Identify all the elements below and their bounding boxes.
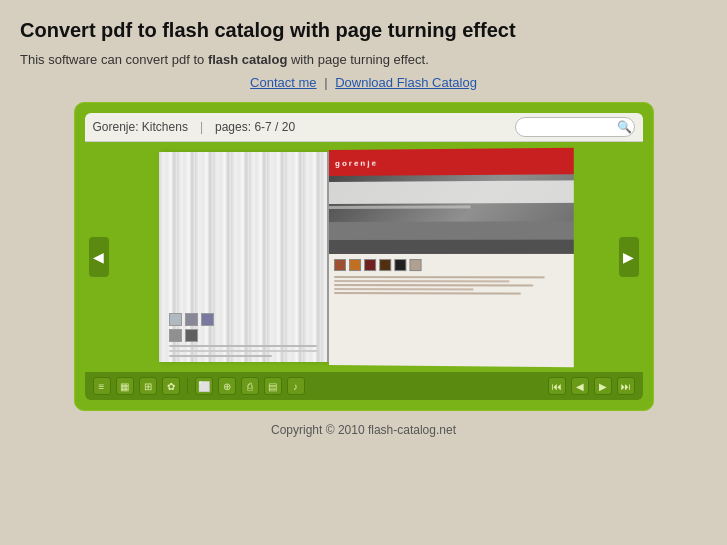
toolbar-zoom-btn[interactable]: ⊕: [218, 377, 236, 395]
toolbar-fullscreen-btn[interactable]: ⬜: [195, 377, 213, 395]
upper-cabinet: [329, 180, 574, 204]
toolbar-share-btn[interactable]: ✿: [162, 377, 180, 395]
swatch-1: [169, 313, 182, 326]
contact-link[interactable]: Contact me: [250, 75, 316, 90]
catalog-title: Gorenje: Kitchens: [93, 120, 188, 134]
toolbar-prev-btn[interactable]: ◀: [571, 377, 589, 395]
page-title: Convert pdf to flash catalog with page t…: [20, 18, 707, 42]
search-input[interactable]: [522, 121, 617, 133]
toolbar-grid-btn[interactable]: ⊞: [139, 377, 157, 395]
toolbar-left: ≡ ▦ ⊞ ✿ ⬜ ⊕ ⎙ ▤ ♪: [93, 377, 305, 395]
subtitle: This software can convert pdf to flash c…: [20, 52, 707, 67]
cabinet-divider: [329, 205, 471, 209]
swatch-r1: [333, 259, 345, 271]
links-bar: Contact me | Download Flash Catalog: [20, 75, 707, 90]
left-page-swatches: [169, 313, 214, 342]
toolbar-print-btn[interactable]: ⎙: [241, 377, 259, 395]
color-labels: [333, 276, 568, 295]
catalog-right-page: gorenje: [329, 147, 574, 367]
swatch-r6: [409, 259, 421, 271]
swatch-5: [185, 329, 198, 342]
catalog-viewport: ◀: [85, 142, 643, 372]
catalog-pages: pages: 6-7 / 20: [215, 120, 295, 134]
catalog-left-page: [159, 152, 329, 362]
title-sep: |: [200, 120, 203, 134]
counter-top: [329, 221, 574, 240]
link-separator: |: [324, 75, 327, 90]
catalog-header: Gorenje: Kitchens | pages: 6-7 / 20 🔍: [85, 113, 643, 142]
toolbar-thumb-btn[interactable]: ▦: [116, 377, 134, 395]
prev-page-button[interactable]: ◀: [89, 237, 109, 277]
copyright: Copyright © 2010 flash-catalog.net: [20, 423, 707, 437]
catalog-viewer: Gorenje: Kitchens | pages: 6-7 / 20 🔍 ◀: [74, 102, 654, 411]
floor-cabinet: [329, 239, 574, 253]
swatch-r4: [379, 259, 391, 271]
brand-label: gorenje: [334, 158, 377, 167]
swatch-r5: [394, 259, 406, 271]
catalog-search-box[interactable]: 🔍: [515, 117, 635, 137]
toolbar-audio-btn[interactable]: ♪: [287, 377, 305, 395]
right-page-swatches: [333, 259, 568, 271]
swatch-r2: [349, 259, 361, 271]
catalog-content: [329, 253, 574, 366]
toolbar-save-btn[interactable]: ▤: [264, 377, 282, 395]
download-link[interactable]: Download Flash Catalog: [335, 75, 477, 90]
toolbar-sep-1: [187, 378, 188, 394]
subtitle-suffix: with page turning effect.: [287, 52, 428, 67]
toolbar-next-btn[interactable]: ▶: [594, 377, 612, 395]
catalog-right-header: gorenje: [329, 147, 574, 175]
catalog-kitchen-img: [329, 174, 574, 254]
search-icon: 🔍: [617, 120, 632, 134]
catalog-toolbar: ≡ ▦ ⊞ ✿ ⬜ ⊕ ⎙ ▤ ♪ ⏮ ◀ ▶ ⏭: [85, 372, 643, 400]
left-page-text: [169, 345, 317, 357]
toolbar-list-btn[interactable]: ≡: [93, 377, 111, 395]
toolbar-right: ⏮ ◀ ▶ ⏭: [548, 377, 635, 395]
swatch-r3: [364, 259, 376, 271]
subtitle-prefix: This software can convert pdf to: [20, 52, 208, 67]
toolbar-last-btn[interactable]: ⏭: [617, 377, 635, 395]
catalog-title-info: Gorenje: Kitchens | pages: 6-7 / 20: [93, 120, 296, 134]
swatch-3: [201, 313, 214, 326]
swatch-2: [185, 313, 198, 326]
toolbar-first-btn[interactable]: ⏮: [548, 377, 566, 395]
swatch-4: [169, 329, 182, 342]
subtitle-bold: flash catalog: [208, 52, 287, 67]
next-page-button[interactable]: ▶: [619, 237, 639, 277]
